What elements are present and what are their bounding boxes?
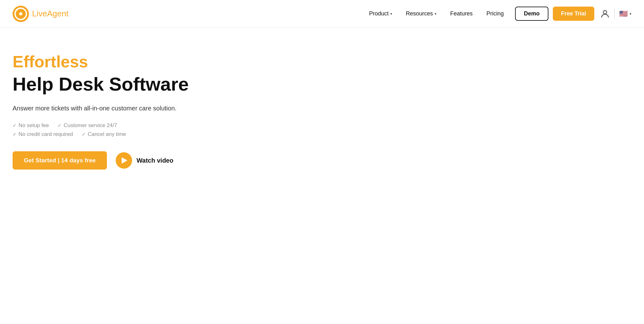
- logo-link[interactable]: LiveAgent: [13, 6, 69, 22]
- logo-text: LiveAgent: [32, 9, 69, 19]
- logo-icon: [13, 6, 29, 22]
- lang-chevron-icon: ▾: [630, 12, 631, 16]
- check-customer-service: ✓ Customer service 24/7: [58, 122, 117, 129]
- hero-subtitle: Answer more tickets with all-in-one cust…: [13, 103, 208, 113]
- nav-divider: [614, 9, 615, 19]
- play-button-circle[interactable]: [116, 152, 132, 169]
- check-row-2: ✓ No credit card required ✓ Cancel any t…: [13, 131, 208, 137]
- free-trial-button[interactable]: Free Trial: [553, 7, 594, 21]
- check-no-credit-label: No credit card required: [19, 131, 73, 137]
- check-mark-2: ✓: [58, 123, 62, 128]
- user-icon[interactable]: [600, 9, 610, 19]
- hero-eyebrow: Effortless: [13, 53, 208, 71]
- hero-checks: ✓ No setup fee ✓ Customer service 24/7 ✓…: [13, 122, 208, 137]
- navbar: LiveAgent Product ▾ Resources ▾ Features…: [0, 0, 644, 28]
- nav-features[interactable]: Features: [445, 8, 478, 20]
- watch-video-label: Watch video: [136, 157, 173, 164]
- resources-chevron-icon: ▾: [435, 12, 436, 16]
- nav-resources[interactable]: Resources ▾: [400, 8, 442, 20]
- hero-title: Help Desk Software: [13, 74, 208, 95]
- play-triangle-icon: [122, 157, 127, 164]
- check-no-setup: ✓ No setup fee: [13, 122, 49, 129]
- svg-point-2: [19, 12, 22, 15]
- nav-pricing[interactable]: Pricing: [481, 8, 509, 20]
- nav-links: Product ▾ Resources ▾ Features Pricing D…: [364, 7, 594, 21]
- nav-pricing-label: Pricing: [486, 10, 504, 17]
- product-chevron-icon: ▾: [390, 12, 392, 16]
- check-row-1: ✓ No setup fee ✓ Customer service 24/7: [13, 122, 208, 129]
- nav-resources-label: Resources: [406, 10, 433, 17]
- check-mark-4: ✓: [82, 131, 86, 137]
- nav-right-area: 🇺🇸 ▾: [600, 9, 631, 19]
- watch-video-area[interactable]: Watch video: [116, 152, 173, 169]
- get-started-button[interactable]: Get Started | 14 days free: [13, 151, 107, 170]
- hero-section: Effortless Help Desk Software Answer mor…: [0, 28, 220, 188]
- check-customer-service-label: Customer service 24/7: [64, 122, 117, 129]
- svg-point-3: [603, 10, 607, 14]
- nav-features-label: Features: [450, 10, 473, 17]
- nav-product[interactable]: Product ▾: [364, 8, 398, 20]
- check-cancel-label: Cancel any time: [88, 131, 126, 137]
- check-cancel: ✓ Cancel any time: [82, 131, 126, 137]
- check-mark-3: ✓: [13, 131, 17, 137]
- hero-cta-row: Get Started | 14 days free Watch video: [13, 151, 208, 170]
- demo-button[interactable]: Demo: [515, 7, 548, 21]
- nav-product-label: Product: [369, 10, 389, 17]
- language-selector[interactable]: 🇺🇸 ▾: [619, 10, 631, 18]
- check-mark-1: ✓: [13, 123, 17, 128]
- check-no-credit: ✓ No credit card required: [13, 131, 73, 137]
- flag-icon: 🇺🇸: [619, 10, 628, 18]
- check-no-setup-label: No setup fee: [19, 122, 49, 129]
